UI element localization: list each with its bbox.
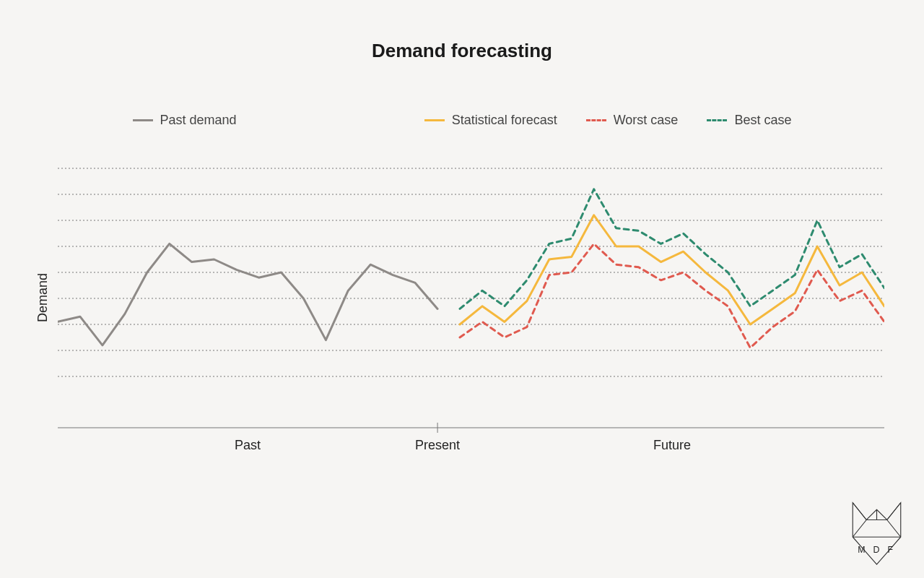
logo-text: M D F xyxy=(858,545,896,555)
legend-label-best: Best case xyxy=(734,113,791,128)
series-past-demand xyxy=(58,243,437,345)
series-statistical-forecast xyxy=(460,215,884,324)
x-label-past: Past xyxy=(235,438,261,452)
legend-swatch-best xyxy=(707,119,727,121)
legend-label-worst: Worst case xyxy=(614,113,679,128)
legend-swatch-stat xyxy=(424,119,445,121)
series-worst-case xyxy=(460,243,884,348)
series-group xyxy=(58,189,884,348)
legend-item-past: Past demand xyxy=(133,113,237,128)
legend-item-worst: Worst case xyxy=(586,113,679,128)
legend-swatch-worst xyxy=(586,119,606,121)
legend-swatch-past xyxy=(133,119,153,121)
legend-item-best: Best case xyxy=(707,113,791,128)
x-label-future: Future xyxy=(653,438,691,452)
x-label-present: Present xyxy=(415,438,460,452)
brand-logo: M D F xyxy=(842,499,911,568)
legend-item-stat: Statistical forecast xyxy=(424,113,557,128)
legend-label-past: Past demand xyxy=(160,113,237,128)
gridlines xyxy=(58,168,884,376)
legend: Past demand Statistical forecast Worst c… xyxy=(0,113,924,128)
chart-title: Demand forecasting xyxy=(0,0,924,62)
forecast-chart: Past Present Future xyxy=(58,142,884,453)
chart-area: Demand Past Present Future xyxy=(58,142,884,453)
legend-label-stat: Statistical forecast xyxy=(452,113,557,128)
series-best-case xyxy=(460,189,884,309)
y-axis-label: Demand xyxy=(35,273,51,322)
